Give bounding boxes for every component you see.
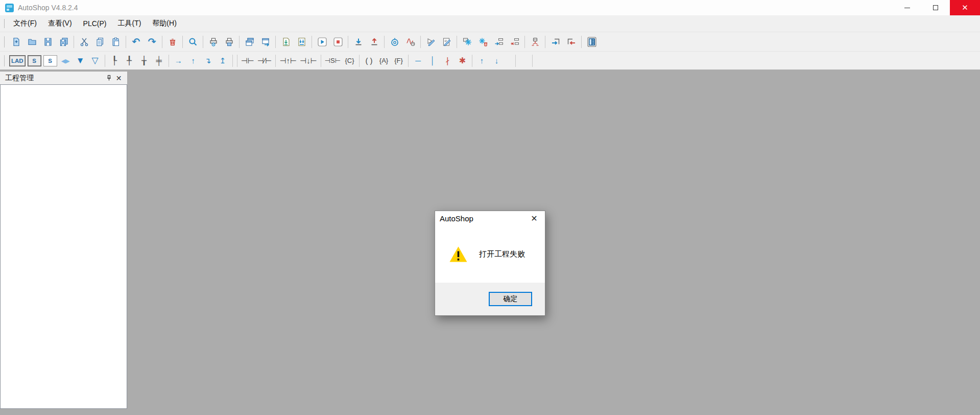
menu-file[interactable]: 文件(F) (8, 15, 42, 32)
communication-button[interactable] (527, 34, 543, 50)
paste-button[interactable] (108, 34, 124, 50)
menu-help[interactable]: 帮助(H) (147, 15, 182, 32)
import-batch-button[interactable] (294, 34, 309, 50)
draw-vline-button[interactable]: │ (425, 54, 440, 68)
expand-network-button[interactable]: ▽ (88, 54, 103, 68)
stl-mode-button[interactable]: S (28, 55, 41, 66)
pin-button[interactable] (104, 73, 114, 83)
menu-plc[interactable]: PLC(P) (78, 15, 112, 32)
cascade-windows-icon (245, 37, 255, 47)
delete-button[interactable] (164, 34, 180, 50)
import-page-icon (281, 37, 291, 47)
dialog-close-button[interactable]: ✕ (523, 211, 545, 225)
wire-corner-button[interactable]: ↴ (201, 54, 216, 68)
app-instruction-button[interactable]: {A} (376, 54, 391, 68)
draw-hline-button[interactable]: ─ (411, 54, 425, 68)
simulate-run-button[interactable] (423, 34, 439, 50)
redo-button[interactable]: ↷ (144, 34, 160, 50)
move-up-button[interactable]: ↑ (474, 54, 489, 68)
toolbar-separator (515, 55, 516, 67)
toolbar-separator (524, 36, 525, 48)
ok-button[interactable]: 确定 (489, 292, 532, 306)
minimize-button[interactable] (893, 0, 921, 15)
delete-line-button[interactable]: ∤ (440, 54, 455, 68)
wire-right-button[interactable]: → (171, 54, 186, 68)
toolbar-separator (182, 36, 183, 48)
contact-rising-button[interactable]: ⊣↑⊢ (278, 54, 298, 68)
save-button[interactable] (40, 34, 56, 50)
menu-tools[interactable]: 工具(T) (112, 15, 147, 32)
wire-up-button[interactable]: ↑ (186, 54, 201, 68)
contact-set-button[interactable]: ⊣S⊢ (323, 54, 342, 68)
contact-open-button[interactable]: ⊣⊢ (240, 54, 256, 68)
run-button[interactable] (314, 34, 330, 50)
dialog-titlebar: AutoShop ✕ (435, 211, 545, 225)
panel-close-icon: ✕ (116, 74, 122, 82)
print-preview-button[interactable] (205, 34, 221, 50)
move-down-button[interactable]: ↓ (489, 54, 504, 68)
toolbar-separator (384, 36, 385, 48)
minimize-icon (904, 8, 910, 8)
download-plc-button[interactable] (350, 34, 366, 50)
counter-button[interactable]: {C} (342, 54, 357, 68)
toolbar-separator (321, 55, 321, 67)
dialog-message: 打开工程失败 (479, 249, 525, 259)
insert-network-button[interactable]: ◆ (58, 57, 73, 64)
cut-button[interactable] (76, 34, 92, 50)
monitor-button[interactable] (387, 34, 402, 50)
coil-button[interactable]: ( ) (362, 54, 376, 68)
dialog-close-icon: ✕ (531, 214, 537, 223)
step-into-button[interactable] (547, 34, 563, 50)
func-instruction-button[interactable]: {F} (391, 54, 406, 68)
compile-button[interactable] (459, 34, 475, 50)
stop-button[interactable] (330, 34, 346, 50)
run-edit-icon (426, 37, 436, 47)
undo-button[interactable]: ↶ (128, 34, 144, 50)
toolbar-separator (408, 55, 409, 67)
trash-icon (168, 37, 178, 47)
project-tree[interactable] (0, 84, 127, 409)
app-logo-icon (5, 4, 14, 12)
upload-plc-button[interactable] (366, 34, 382, 50)
toolbar-separator (203, 36, 203, 48)
branch-open-button[interactable]: ┞ (107, 54, 122, 68)
workspace: 工程管理 ✕ AutoShop ✕ 打开工程失败 确定 (0, 70, 980, 415)
edit-pencil-icon (442, 37, 452, 47)
copy-button[interactable] (92, 34, 108, 50)
toolbar-separator (239, 36, 240, 48)
maximize-button[interactable] (921, 0, 950, 15)
window-export-button[interactable] (257, 34, 273, 50)
edit-mode-button[interactable] (439, 34, 455, 50)
branch-down-button[interactable]: ╁ (137, 54, 152, 68)
lad-mode-button[interactable]: LAD (9, 55, 26, 66)
find-button[interactable] (185, 34, 201, 50)
close-button[interactable]: ✕ (950, 0, 980, 15)
compile-clear-button[interactable] (475, 34, 491, 50)
device-monitor-button[interactable] (584, 34, 600, 50)
open-project-button[interactable] (24, 34, 40, 50)
trace-button[interactable] (402, 34, 418, 50)
insert-row-button[interactable] (491, 34, 507, 50)
menu-view[interactable]: 查看(V) (42, 15, 78, 32)
message-dialog: AutoShop ✕ 打开工程失败 确定 (435, 211, 545, 316)
save-all-button[interactable] (56, 34, 71, 50)
contact-falling-button[interactable]: ⊣↓⊢ (298, 54, 319, 68)
import-program-button[interactable] (278, 34, 294, 50)
toolbar-separator (74, 36, 74, 48)
step-out-button[interactable] (563, 34, 579, 50)
print-button[interactable] (221, 34, 237, 50)
contact-closed-button[interactable]: ⊣∕⊢ (256, 54, 274, 68)
branch-up-button[interactable]: ╀ (122, 54, 137, 68)
wire-up-short-button[interactable]: ↥ (216, 54, 230, 68)
delete-star-button[interactable]: ✱ (455, 54, 470, 68)
toolbar-separator (581, 36, 582, 48)
sfc-mode-button[interactable]: S (43, 55, 57, 66)
new-project-button[interactable] (8, 34, 24, 50)
delete-row-button[interactable] (507, 34, 522, 50)
panel-close-button[interactable]: ✕ (114, 73, 124, 83)
window-cascade-button[interactable] (242, 34, 257, 50)
menubar-grip (4, 19, 5, 28)
collapse-network-button[interactable]: ▼ (73, 54, 88, 68)
branch-double-button[interactable]: ╪ (152, 54, 166, 68)
project-manager-title: 工程管理 (4, 74, 104, 83)
